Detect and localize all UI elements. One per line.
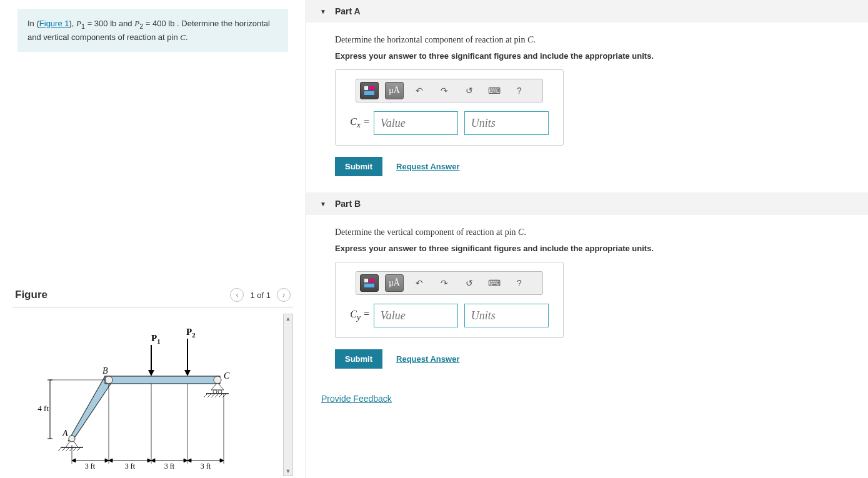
svg-point-23 — [69, 436, 75, 442]
figure-scrollbar[interactable]: ▲ ▼ — [283, 314, 293, 476]
provide-feedback-link[interactable]: Provide Feedback — [306, 385, 407, 412]
part-b-submit-button[interactable]: Submit — [335, 349, 382, 369]
part-b-content: Determine the vertical component of reac… — [306, 215, 868, 385]
svg-text:3 ft: 3 ft — [125, 462, 136, 471]
svg-line-2 — [58, 447, 62, 451]
svg-text:3 ft: 3 ft — [201, 462, 211, 471]
cy-label: Cy = — [350, 309, 369, 322]
svg-text:3 ft: 3 ft — [164, 462, 175, 471]
figure-page-indicator: 1 of 1 — [250, 291, 271, 300]
svg-text:4 ft: 4 ft — [37, 404, 49, 413]
left-column: In (Figure 1), P1 = 300 lb and P2 = 400 … — [0, 0, 306, 478]
undo-icon[interactable]: ↶ — [410, 82, 429, 99]
part-b-header[interactable]: ▼ Part B — [306, 192, 868, 215]
redo-icon[interactable]: ↷ — [435, 274, 454, 292]
templates-icon[interactable] — [360, 274, 379, 292]
templates-icon[interactable] — [360, 82, 379, 99]
caret-down-icon: ▼ — [320, 8, 326, 15]
part-b-question: Determine the vertical component of reac… — [335, 227, 839, 237]
figure-region: Figure ‹ 1 of 1 › — [12, 269, 293, 478]
problem-statement: In (Figure 1), P1 = 300 lb and P2 = 400 … — [17, 9, 288, 52]
units-button[interactable]: μÅ — [385, 274, 404, 292]
svg-rect-59 — [364, 86, 368, 90]
part-a-instructions: Express your answer to three significant… — [335, 51, 839, 61]
part-b-toolbar: μÅ ↶ ↷ ↺ ⌨ ? — [356, 271, 543, 295]
p2-value: = 400 lb — [143, 19, 174, 28]
part-a-submit-row: Submit Request Answer — [335, 157, 839, 176]
scroll-up-icon[interactable]: ▲ — [284, 314, 292, 323]
figure-title: Figure — [15, 289, 230, 301]
part-b-submit-row: Submit Request Answer — [335, 349, 839, 369]
help-icon[interactable]: ? — [510, 274, 529, 292]
figure-svg: P1 P2 B C A 4 ft — [12, 314, 275, 476]
svg-marker-54 — [220, 459, 224, 462]
cx-value-input[interactable] — [374, 111, 458, 135]
svg-marker-53 — [187, 459, 191, 462]
svg-marker-47 — [109, 459, 112, 462]
figure-body: P1 P2 B C A 4 ft — [12, 307, 293, 478]
keyboard-icon[interactable]: ⌨ — [485, 274, 504, 292]
and-text: and — [116, 19, 134, 28]
cx-units-input[interactable] — [464, 111, 549, 135]
part-a-title: Part A — [335, 6, 361, 16]
right-column: ▼ Part A Determine the horizontal compon… — [306, 0, 868, 478]
reset-icon[interactable]: ↺ — [460, 274, 479, 292]
units-button[interactable]: μÅ — [385, 82, 404, 99]
svg-text:3 ft: 3 ft — [85, 462, 96, 471]
svg-text:B: B — [102, 366, 108, 376]
help-icon[interactable]: ? — [510, 82, 529, 99]
keyboard-icon[interactable]: ⌨ — [485, 82, 504, 99]
svg-rect-60 — [369, 86, 374, 90]
part-b-answer-row: Cy = — [346, 304, 553, 327]
part-a-content: Determine the horizontal component of re… — [306, 22, 868, 192]
redo-icon[interactable]: ↷ — [435, 82, 454, 99]
part-a-answer-box: μÅ ↶ ↷ ↺ ⌨ ? Cx = — [335, 69, 564, 146]
question-end: . — [533, 35, 536, 44]
problem-text-afterlink: ), — [69, 19, 77, 28]
svg-marker-19 — [68, 376, 112, 441]
part-a-question: Determine the horizontal component of re… — [335, 35, 839, 45]
part-b-title: Part B — [335, 199, 361, 209]
part-b-request-answer-link[interactable]: Request Answer — [396, 354, 459, 364]
problem-text-prefix: In ( — [27, 19, 39, 28]
svg-rect-63 — [369, 279, 374, 282]
part-a-toolbar: μÅ ↶ ↷ ↺ ⌨ ? — [356, 79, 543, 102]
p2-symbol: P — [134, 19, 139, 28]
figure-header: Figure ‹ 1 of 1 › — [12, 288, 293, 307]
p1-value: = 300 lb — [85, 19, 116, 28]
figure-canvas: P1 P2 B C A 4 ft — [12, 314, 283, 478]
part-a-request-answer-link[interactable]: Request Answer — [396, 162, 459, 171]
p1-symbol: P — [76, 19, 81, 28]
question-text: Determine the vertical component of reac… — [335, 227, 518, 237]
svg-marker-44 — [72, 459, 76, 462]
svg-marker-50 — [151, 459, 155, 462]
svg-marker-27 — [184, 370, 191, 376]
svg-marker-25 — [148, 370, 154, 376]
cy-units-input[interactable] — [464, 304, 549, 327]
undo-icon[interactable]: ↶ — [410, 274, 429, 292]
part-a-submit-button[interactable]: Submit — [335, 157, 382, 176]
figure-prev-button[interactable]: ‹ — [230, 288, 244, 302]
part-a-answer-row: Cx = — [346, 111, 553, 135]
cy-value-input[interactable] — [374, 304, 458, 327]
svg-line-13 — [204, 394, 207, 397]
caret-down-icon: ▼ — [320, 201, 326, 207]
question-end: . — [524, 227, 526, 237]
problem-period: . — [186, 32, 188, 42]
question-text: Determine the horizontal component of re… — [335, 35, 527, 44]
svg-rect-64 — [364, 284, 374, 287]
part-a-header[interactable]: ▼ Part A — [306, 0, 868, 22]
pin-c: C — [180, 32, 186, 42]
svg-text:C: C — [224, 371, 230, 381]
figure-next-button[interactable]: › — [277, 288, 291, 302]
svg-rect-62 — [364, 279, 368, 282]
svg-text:A: A — [62, 429, 68, 438]
svg-rect-20 — [105, 376, 220, 384]
scroll-down-icon[interactable]: ▼ — [284, 467, 292, 476]
svg-text:P2: P2 — [186, 327, 196, 339]
reset-icon[interactable]: ↺ — [460, 82, 479, 99]
part-b-answer-box: μÅ ↶ ↷ ↺ ⌨ ? Cy = — [335, 262, 564, 338]
cx-label: Cx = — [350, 116, 369, 130]
question-pin: C — [527, 35, 533, 44]
figure-link[interactable]: Figure 1 — [39, 19, 69, 28]
